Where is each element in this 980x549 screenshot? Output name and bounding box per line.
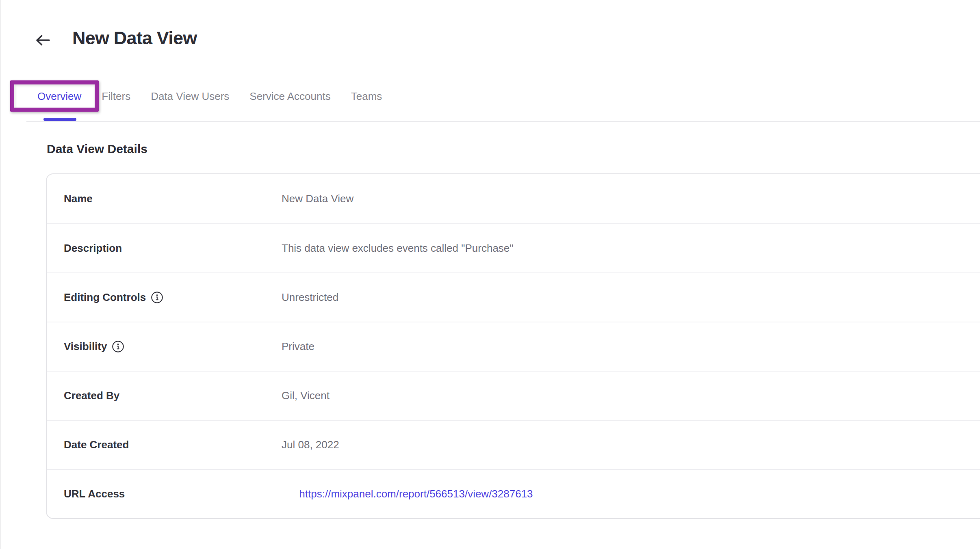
url-access-link[interactable]: https://mixpanel.com/report/566513/view/… xyxy=(299,488,533,500)
data-view-details-card: Name New Data View Description This data… xyxy=(46,173,980,519)
arrow-left-icon xyxy=(34,43,52,50)
table-row: Visibility Private xyxy=(47,322,980,371)
row-value-created-by: Gil, Vicent xyxy=(282,389,330,402)
page-left-border xyxy=(0,0,1,549)
table-row: Date Created Jul 08, 2022 xyxy=(47,420,980,469)
row-label-description: Description xyxy=(64,242,122,255)
table-row: Created By Gil, Vicent xyxy=(47,371,980,420)
tab-teams[interactable]: Teams xyxy=(351,90,382,103)
info-icon[interactable] xyxy=(112,340,124,353)
row-value-name: New Data View xyxy=(282,192,353,205)
row-label-visibility: Visibility xyxy=(64,340,107,353)
row-label-name: Name xyxy=(64,192,93,205)
table-row: Editing Controls Unrestricted xyxy=(47,272,980,322)
row-value-date-created: Jul 08, 2022 xyxy=(282,439,339,451)
row-value-description: This data view excludes events called "P… xyxy=(282,242,514,255)
row-value-editing-controls: Unrestricted xyxy=(282,291,338,304)
row-label-editing-controls: Editing Controls xyxy=(64,291,146,304)
table-row: URL Access https://mixpanel.com/report/5… xyxy=(47,469,980,518)
row-label-date-created: Date Created xyxy=(64,439,129,451)
row-value-visibility: Private xyxy=(282,340,314,353)
tabs-divider xyxy=(26,121,980,122)
active-tab-indicator xyxy=(43,118,76,121)
tab-bar: Overview Filters Data View Users Service… xyxy=(37,90,382,103)
tab-service-accounts[interactable]: Service Accounts xyxy=(249,90,330,103)
table-row: Name New Data View xyxy=(47,174,980,223)
section-heading: Data View Details xyxy=(47,142,147,156)
tab-data-view-users[interactable]: Data View Users xyxy=(151,90,229,103)
tab-overview[interactable]: Overview xyxy=(37,90,81,103)
table-row: Description This data view excludes even… xyxy=(47,223,980,272)
info-icon[interactable] xyxy=(151,291,163,304)
row-label-created-by: Created By xyxy=(64,389,119,402)
back-button[interactable] xyxy=(34,32,52,48)
row-label-url-access: URL Access xyxy=(64,488,125,500)
data-view-settings-page: { "header": { "title": "New Data View", … xyxy=(0,0,980,549)
tab-filters[interactable]: Filters xyxy=(102,90,130,103)
page-title: New Data View xyxy=(72,28,197,49)
